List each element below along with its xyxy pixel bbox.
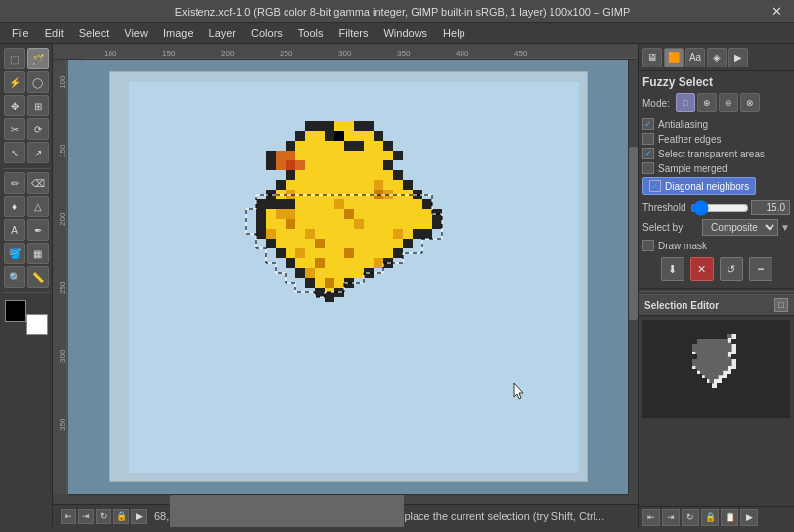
svg-rect-231 (334, 268, 344, 278)
mode-subtract[interactable]: ⊖ (719, 93, 738, 112)
svg-rect-183 (383, 229, 393, 239)
tool-erase[interactable]: ⌫ (27, 172, 49, 194)
panel-bottom-icon-3[interactable]: ↻ (682, 509, 699, 526)
tool-zoom[interactable]: 🔍 (4, 266, 25, 288)
svg-rect-23 (364, 121, 374, 131)
scrollbar-vertical[interactable] (628, 60, 638, 494)
svg-rect-219 (315, 258, 325, 268)
mode-add[interactable]: ⊕ (697, 93, 717, 112)
dock-icon-text[interactable]: Aa (685, 48, 705, 67)
status-icon-4[interactable]: 🔒 (113, 509, 129, 524)
svg-text:150: 150 (58, 144, 66, 157)
panel-bottom-icon-4[interactable]: 🔒 (701, 509, 719, 526)
svg-rect-57 (393, 151, 403, 160)
tool-rect-select[interactable]: ⬚ (4, 48, 25, 69)
draw-mask-checkbox[interactable] (642, 240, 654, 251)
action-reset[interactable]: ↺ (720, 257, 743, 281)
menu-colors[interactable]: Colors (243, 25, 290, 41)
menu-help[interactable]: Help (435, 25, 473, 41)
tool-paint[interactable]: ✏ (4, 172, 25, 194)
svg-rect-198 (364, 239, 374, 248)
svg-rect-128 (393, 200, 403, 209)
status-icon-5[interactable]: ▶ (131, 509, 147, 524)
svg-rect-93 (364, 180, 374, 190)
svg-rect-33 (286, 141, 295, 151)
menu-filters[interactable]: Filters (331, 25, 376, 41)
action-more[interactable]: ··· (749, 257, 772, 281)
svg-text:300: 300 (58, 349, 66, 363)
svg-rect-77 (334, 170, 344, 180)
menu-edit[interactable]: Edit (37, 25, 71, 41)
tool-fuzzy-select[interactable]: 🪄 (27, 48, 49, 69)
svg-rect-31 (364, 131, 374, 141)
svg-rect-35 (305, 141, 315, 151)
toolbox: ⬚ 🪄 ⚡ ◯ ✥ ⊞ ✂ ⟳ ⤡ ↗ ✏ ⌫ ♦ △ A ✒ (0, 44, 53, 527)
panel-bottom-icon-2[interactable]: ⇥ (662, 509, 680, 526)
scrollbar-thumb-v[interactable] (629, 147, 638, 321)
tool-heal[interactable]: △ (27, 196, 49, 217)
status-icon-2[interactable]: ⇥ (78, 509, 94, 524)
panel-separator (639, 291, 794, 292)
tool-fill[interactable]: 🪣 (4, 243, 25, 264)
dock-icon-color[interactable]: 🟧 (664, 48, 684, 67)
tool-gradient[interactable]: ▦ (27, 243, 49, 264)
menu-layer[interactable]: Layer (201, 25, 244, 41)
tool-free-select[interactable]: ⚡ (4, 71, 25, 93)
status-icon-3[interactable]: ↻ (96, 509, 111, 524)
status-icon-1[interactable]: ⇤ (61, 509, 76, 524)
svg-rect-233 (354, 268, 364, 278)
tool-text[interactable]: A (4, 219, 25, 241)
svg-rect-133 (266, 209, 276, 219)
tool-scale[interactable]: ⤡ (4, 142, 25, 163)
diagonal-neighbors-checkbox[interactable] (649, 180, 661, 192)
select-by-select[interactable]: Composite Red Green Blue (702, 219, 778, 236)
tool-align[interactable]: ⊞ (27, 95, 49, 116)
tool-row-10: 🔍 📏 (4, 266, 49, 288)
sample-merged-checkbox[interactable] (642, 162, 654, 174)
menu-view[interactable]: View (116, 25, 155, 41)
mode-replace[interactable]: □ (676, 93, 695, 112)
tool-move[interactable]: ✥ (4, 95, 25, 116)
foreground-color[interactable] (5, 300, 26, 322)
scrollbar-horizontal[interactable] (68, 494, 628, 504)
panel-bottom-icon-5[interactable]: 📋 (721, 509, 738, 526)
tool-measure[interactable]: 📏 (27, 266, 49, 288)
svg-rect-181 (364, 229, 374, 239)
tool-row-5: ⤡ ↗ (4, 142, 49, 163)
fuzzy-select-title: Fuzzy Select (642, 75, 790, 89)
action-delete[interactable]: ✕ (690, 257, 714, 281)
menu-windows[interactable]: Windows (375, 25, 435, 41)
action-save[interactable]: ⬇ (661, 257, 684, 281)
select-by-dropdown[interactable]: ▼ (780, 222, 790, 233)
antialiasing-checkbox[interactable] (642, 118, 654, 130)
selection-editor-toggle[interactable]: □ (774, 298, 788, 312)
mode-intersect[interactable]: ⊗ (740, 93, 760, 112)
tool-crop[interactable]: ✂ (4, 118, 25, 140)
canvas-viewport[interactable]: brushlake.com (68, 60, 628, 494)
menu-select[interactable]: Select (71, 25, 117, 41)
dock-icon-play[interactable]: ▶ (728, 48, 748, 67)
tool-ellipse-select[interactable]: ◯ (27, 71, 49, 93)
svg-rect-126 (374, 200, 383, 209)
tool-path[interactable]: ✒ (27, 219, 49, 241)
transparent-checkbox[interactable] (642, 148, 654, 159)
menu-file[interactable]: File (4, 25, 37, 41)
svg-rect-49 (315, 151, 325, 160)
tool-shear[interactable]: ↗ (27, 142, 49, 163)
svg-rect-34 (295, 141, 305, 151)
close-button[interactable]: ✕ (768, 4, 786, 19)
panel-bottom-icon-1[interactable]: ⇤ (642, 509, 660, 526)
panel-bottom-icon-6[interactable]: ▶ (740, 509, 758, 526)
menu-image[interactable]: Image (155, 25, 201, 41)
svg-rect-28 (334, 131, 344, 141)
diagonal-neighbors-toggle[interactable]: Diagonal neighbors (642, 177, 756, 195)
scrollbar-thumb-h[interactable] (170, 495, 404, 527)
feather-checkbox[interactable] (642, 133, 654, 145)
tool-clone[interactable]: ♦ (4, 196, 25, 217)
menu-tools[interactable]: Tools (290, 25, 331, 41)
tool-rotate[interactable]: ⟳ (27, 118, 49, 140)
threshold-slider[interactable] (690, 203, 749, 213)
dock-icon-diamond[interactable]: ◈ (707, 48, 727, 67)
background-color[interactable] (26, 314, 48, 335)
dock-icon-display[interactable]: 🖥 (642, 48, 662, 67)
